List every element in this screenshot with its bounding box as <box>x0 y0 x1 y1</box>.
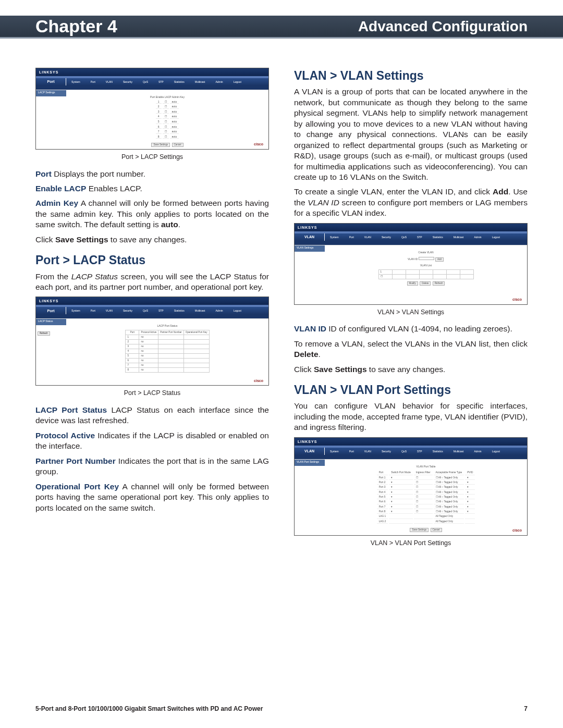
ss-sidelabel: VLAN Settings <box>295 245 325 252</box>
para-lacp-port-status: LACP Port Status LACP Status on each int… <box>35 405 269 426</box>
ss-menu: System Port VLAN Security QoS STP Statis… <box>325 448 527 455</box>
m: Logout <box>234 309 241 313</box>
m: System <box>71 80 80 84</box>
para-port: Port Displays the port number. <box>35 169 269 179</box>
m: Port <box>91 309 95 313</box>
para-op-port-key: Operational Port Key A channel will only… <box>35 482 269 513</box>
ss-sidelabel: LACP Settings <box>36 90 66 96</box>
para-vlan-remove: To remove a VLAN, select the VLANs in th… <box>294 339 528 360</box>
left-column: LINKSYS Port System Port VLAN Security Q… <box>35 68 269 692</box>
m: Security <box>382 236 391 239</box>
ss-header: LINKSYS <box>295 224 527 231</box>
chapter-header: Chapter 4 Advanced Configuration <box>0 16 563 39</box>
ss-sub <box>295 241 527 245</box>
m: Multicast <box>195 309 205 313</box>
cisco-logo: cisco <box>512 297 522 302</box>
vlan-port-table: PortSwitch Port ModeIngress FilterAccept… <box>376 470 476 525</box>
ss-footer: cisco <box>36 376 268 385</box>
m: Statistics <box>433 450 443 453</box>
ss-nav: VLAN System Port VLAN Security QoS STP S… <box>295 233 527 241</box>
vlan-btns: Modify Delete Refresh <box>325 281 527 286</box>
ss-tab-vlan: VLAN <box>295 448 325 455</box>
lacp-status-table: PortProtocol ActivePartner Port NumberOp… <box>125 330 209 372</box>
linksys-logo: LINKSYS <box>39 70 58 75</box>
para-vlan-create: To create a single VLAN, enter the VLAN … <box>294 187 528 218</box>
para-partner-port: Partner Port Number Indicates the port t… <box>35 456 269 477</box>
m: Statistics <box>174 80 185 84</box>
ss-menu: System Port VLAN Security QoS STP Statis… <box>325 233 527 241</box>
heading-vlan-port-settings: VLAN > VLAN Port Settings <box>294 382 528 398</box>
ss-body: VLAN Settings Create VLAN VLAN ID Add VL… <box>295 245 527 295</box>
page: Chapter 4 Advanced Configuration LINKSYS… <box>0 0 563 728</box>
ss-nav: VLAN System Port VLAN Security QoS STP S… <box>295 448 527 455</box>
m: Admin <box>215 309 223 313</box>
ss-menu: System Port VLAN Security QoS STP Statis… <box>66 307 268 314</box>
m: Multicast <box>195 80 205 84</box>
ss-nav: Port System Port VLAN Security QoS STP S… <box>36 78 268 85</box>
heading-vlan-settings: VLAN > VLAN Settings <box>294 68 528 83</box>
m: STP <box>158 309 164 313</box>
m: System <box>71 309 80 313</box>
caption-1: Port > LACP Settings <box>35 153 269 162</box>
vlan-list-table: 1 ☐ <box>378 269 474 279</box>
ss-header: LINKSYS <box>36 297 268 305</box>
para-enable-lacp: Enable LACP Enables LACP. <box>35 183 269 194</box>
para-lacp-status: From the LACP Status screen, you will se… <box>35 272 269 293</box>
vlan-list-label: VLAN List <box>325 264 527 267</box>
ss-nav: Port System Port VLAN Security QoS STP S… <box>36 307 268 314</box>
m: QoS <box>401 236 407 239</box>
m: STP <box>417 450 422 453</box>
m: Logout <box>492 450 500 453</box>
m: Security <box>382 450 391 453</box>
ss-content: LACP Port Status PortProtocol ActivePart… <box>66 319 268 376</box>
m: System <box>330 236 339 239</box>
linksys-logo: LINKSYS <box>298 225 317 230</box>
linksys-logo: LINKSYS <box>39 299 58 303</box>
refresh-wrap: Refresh <box>36 325 66 338</box>
ss-content: Create VLAN VLAN ID Add VLAN List 1 ☐ Mo… <box>325 245 527 295</box>
tbl-title: VLAN Port Table <box>325 465 527 468</box>
ss-side-wrap: LACP Settings <box>36 90 66 140</box>
m: VLAN <box>364 236 371 239</box>
m: Admin <box>215 80 223 84</box>
caption-4: VLAN > VLAN Port Settings <box>294 539 528 548</box>
lacp-table: 1☐auto 2☐auto 3☐auto 4☐auto 5☐auto 6☐aut… <box>155 99 180 140</box>
ss-side-wrap: VLAN Settings <box>295 245 325 295</box>
m: Port <box>91 80 95 84</box>
para-save2: Click Save Settings to save any changes. <box>294 364 528 375</box>
ss-tab-vlan: VLAN <box>295 233 325 241</box>
ss-btns: Save Settings Cancel <box>325 528 527 532</box>
page-footer: 5-Port and 8-Port 10/100/1000 Gigabit Sm… <box>35 705 528 712</box>
ss-btns: Save Settings Cancel <box>66 143 268 147</box>
ss-side-wrap: LACP Status Refresh <box>36 319 66 376</box>
m: Logout <box>492 236 500 239</box>
m: Multicast <box>454 236 464 239</box>
tbl-title: LACP Port Status <box>66 324 268 328</box>
m: Security <box>123 309 132 313</box>
para-protocol-active: Protocol Active Indicates if the LACP is… <box>35 430 269 452</box>
ss-tab-port: Port <box>36 307 66 314</box>
m: Statistics <box>433 236 443 239</box>
m: STP <box>417 236 422 239</box>
right-column: VLAN > VLAN Settings A VLAN is a group o… <box>294 68 528 692</box>
para-vlan-desc: A VLAN is a group of ports that can be l… <box>294 87 528 182</box>
m: Admin <box>474 236 481 239</box>
tbl-title: Port Enable LACP Admin Key <box>66 95 268 99</box>
ss-body: VLAN Port Settings VLAN Port Table PortS… <box>295 459 527 526</box>
m: VLAN <box>106 80 113 84</box>
footer-product: 5-Port and 8-Port 10/100/1000 Gigabit Sm… <box>35 705 263 712</box>
ss-side-wrap: VLAN Port Settings <box>295 460 325 526</box>
screenshot-lacp-status: LINKSYS Port System Port VLAN Security Q… <box>35 297 269 386</box>
ss-body: LACP Settings Port Enable LACP Admin Key… <box>36 90 268 140</box>
m: Multicast <box>454 450 464 453</box>
para-admin-key: Admin Key A channel will only be formed … <box>35 198 269 230</box>
para-save1: Click Save Settings to save any changes. <box>35 235 269 245</box>
screenshot-lacp-settings: LINKSYS Port System Port VLAN Security Q… <box>35 68 269 150</box>
m: VLAN <box>364 450 371 453</box>
m: System <box>330 450 339 453</box>
ss-menu: System Port VLAN Security QoS STP Statis… <box>66 78 268 85</box>
m: Port <box>349 236 354 239</box>
cisco-logo: cisco <box>254 378 263 383</box>
ss-sub <box>36 314 268 318</box>
heading-lacp-status: Port > LACP Status <box>35 252 269 268</box>
